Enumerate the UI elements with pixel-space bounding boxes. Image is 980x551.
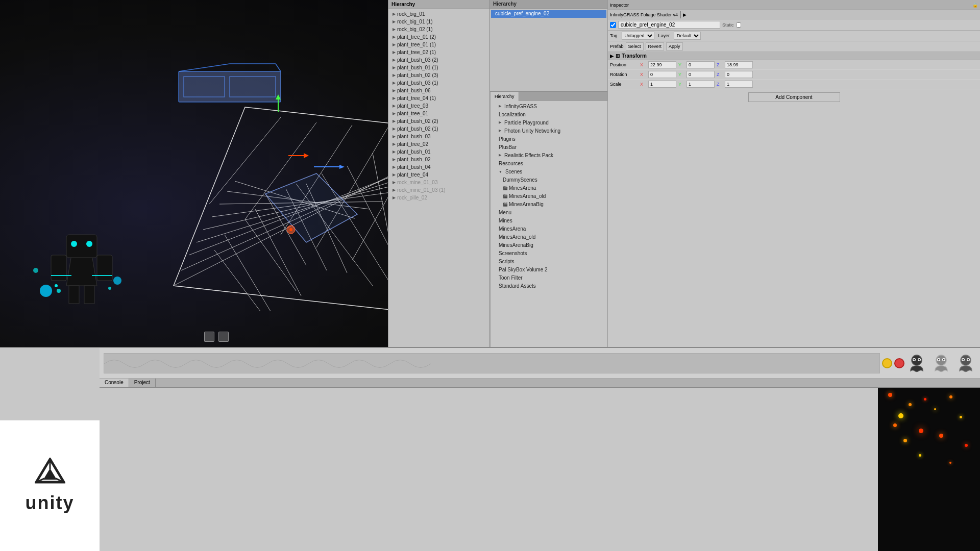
hierarchy-item[interactable]: InfinityGRASS bbox=[491, 102, 607, 110]
object-item[interactable]: ▶plant_bush_01 (1) bbox=[389, 64, 488, 71]
shader-label: InfinityGRASS Foliage Shader v4 bbox=[610, 12, 678, 17]
tab-hierarchy[interactable]: Hierarchy bbox=[491, 92, 519, 101]
hierarchy-item[interactable]: Particle Playground bbox=[491, 118, 607, 127]
object-item[interactable]: ▶plant_bush_03 (2) bbox=[389, 56, 488, 64]
object-item[interactable]: ▶rock_mine_01_03 (1) bbox=[389, 186, 488, 194]
position-x-input[interactable] bbox=[648, 61, 676, 68]
object-hierarchy-panel[interactable]: Hierarchy ▶rock_big_01 ▶rock_big_01 (1) … bbox=[388, 0, 490, 347]
unity-logo-icon bbox=[35, 458, 65, 488]
rotation-y-input[interactable] bbox=[687, 71, 715, 78]
hierarchy-item[interactable]: MinesArenaBig bbox=[491, 241, 607, 249]
object-item[interactable]: ▶plant_bush_03 (1) bbox=[389, 79, 488, 87]
object-item[interactable]: ▶plant_bush_02 (1) bbox=[389, 125, 488, 133]
rotation-z-input[interactable] bbox=[725, 71, 753, 78]
svg-point-49 bbox=[33, 268, 38, 273]
object-item[interactable]: ▶plant_bush_02 (3) bbox=[389, 71, 488, 79]
inspector-subtoolbar: InfinityGRASS Foliage Shader v4 ▶ bbox=[608, 10, 980, 19]
object-item[interactable]: ▶plant_bush_06 bbox=[389, 87, 488, 94]
scale-x-input[interactable] bbox=[648, 81, 676, 88]
object-item[interactable]: ▶plant_tree_01 bbox=[389, 110, 488, 117]
timeline-waveform-area[interactable] bbox=[104, 353, 880, 373]
hierarchy-item[interactable]: PlusBar bbox=[491, 143, 607, 151]
object-item[interactable]: ▶plant_tree_01 (2) bbox=[389, 33, 488, 41]
hierarchy-item[interactable]: Screenshots bbox=[491, 249, 607, 257]
scale-z-input[interactable] bbox=[725, 81, 753, 88]
hierarchy-item[interactable]: Localization bbox=[491, 110, 607, 118]
object-item[interactable]: ▶plant_bush_02 (2) bbox=[389, 117, 488, 125]
prefab-select-btn[interactable]: Select bbox=[626, 42, 644, 51]
hierarchy-item[interactable]: 🎬MinesArena bbox=[491, 184, 607, 192]
inspector-panel[interactable]: Inspector 🔒 InfinityGRASS Foliage Shader… bbox=[607, 0, 980, 347]
add-component-button[interactable]: Add Component bbox=[748, 92, 840, 102]
bottom-toolbar-strip bbox=[100, 348, 980, 379]
object-item[interactable]: ▶rock_big_02 (1) bbox=[389, 26, 488, 33]
hierarchy-item[interactable]: Standard Assets bbox=[491, 282, 607, 290]
unity-logo-overlay: unity bbox=[0, 420, 100, 551]
tag-layer-row: Tag Untagged Layer Default bbox=[608, 31, 980, 41]
hierarchy-item[interactable]: Menu bbox=[491, 208, 607, 216]
object-item[interactable]: ▶rock_mine_01_03 bbox=[389, 179, 488, 186]
object-item[interactable]: ▶plant_tree_02 (1) bbox=[389, 48, 488, 56]
inspector-lock[interactable]: 🔒 bbox=[972, 3, 978, 8]
rotation-x-input[interactable] bbox=[648, 71, 676, 78]
prefab-revert-btn[interactable]: Revert bbox=[646, 42, 665, 51]
hud-controls bbox=[204, 332, 229, 342]
object-item[interactable]: ▶plant_bush_03 bbox=[389, 133, 488, 140]
cyan-robot bbox=[31, 204, 133, 306]
hierarchy-item[interactable]: 🎬MinesArenaBig bbox=[491, 200, 607, 208]
object-item[interactable]: ▶plant_bush_02 bbox=[389, 156, 488, 163]
svg-marker-65 bbox=[304, 153, 309, 158]
object-item[interactable]: ▶plant_tree_02 bbox=[389, 140, 488, 148]
render-label: ▶ bbox=[683, 12, 687, 17]
hierarchy-item[interactable]: Mines bbox=[491, 216, 607, 224]
console-tab[interactable]: Console bbox=[100, 379, 129, 387]
tag-label: Tag bbox=[610, 33, 618, 38]
object-item[interactable]: ▶rock_big_01 (1) bbox=[389, 18, 488, 26]
svg-point-44 bbox=[86, 241, 92, 247]
object-item[interactable]: ▶plant_bush_04 bbox=[389, 163, 488, 171]
svg-line-1 bbox=[209, 117, 281, 204]
add-component-area: Add Component bbox=[608, 89, 980, 105]
blue-move-arrow bbox=[311, 163, 347, 171]
hierarchy-item-scenes[interactable]: Scenes bbox=[491, 167, 607, 176]
tag-select[interactable]: Untagged bbox=[622, 32, 654, 40]
object-item[interactable]: ▶plant_tree_03 bbox=[389, 102, 488, 110]
position-y-input[interactable] bbox=[687, 61, 715, 68]
object-active-checkbox[interactable] bbox=[610, 22, 616, 28]
hierarchy-item[interactable]: Photon Unity Networking bbox=[491, 127, 607, 135]
object-name-input[interactable] bbox=[618, 21, 720, 29]
hierarchy-item[interactable]: Realistic Effects Pack bbox=[491, 151, 607, 159]
hierarchy-top-list[interactable]: cubicle_pref_engine_02 bbox=[490, 9, 607, 19]
prefab-apply-btn[interactable]: Apply bbox=[666, 42, 683, 51]
object-item[interactable]: ▶rock_big_01 bbox=[389, 10, 488, 18]
main-container: Hierarchy cubicle_pref_engine_02 Hierarc… bbox=[0, 0, 980, 551]
object-list[interactable]: ▶rock_big_01 ▶rock_big_01 (1) ▶rock_big_… bbox=[388, 9, 489, 347]
hierarchy-item[interactable]: 🎬MinesArena_old bbox=[491, 192, 607, 200]
inspector-name-row: Static bbox=[608, 19, 980, 31]
position-z-input[interactable] bbox=[725, 61, 753, 68]
transform-section-header[interactable]: ▶ ⊞ Transform bbox=[608, 52, 980, 60]
hierarchy-selected-item[interactable]: cubicle_pref_engine_02 bbox=[491, 10, 606, 18]
hierarchy-item[interactable]: Plugins bbox=[491, 135, 607, 143]
hierarchy-item[interactable]: Resources bbox=[491, 159, 607, 167]
layer-select[interactable]: Default bbox=[674, 32, 701, 40]
hierarchy-item[interactable]: MinesArena bbox=[491, 224, 607, 233]
scale-y-input[interactable] bbox=[687, 81, 715, 88]
hierarchy-item[interactable]: MinesArena_old bbox=[491, 233, 607, 241]
object-item[interactable]: ▶plant_tree_01 (1) bbox=[389, 41, 488, 48]
hierarchy-item[interactable]: DummyScenes bbox=[491, 176, 607, 184]
object-item[interactable]: ▶plant_tree_04 bbox=[389, 171, 488, 179]
hierarchy-item[interactable]: Toon Filter bbox=[491, 273, 607, 282]
object-item[interactable]: ▶rock_pille_02 bbox=[389, 194, 488, 202]
object-item[interactable]: ▶plant_tree_04 (1) bbox=[389, 94, 488, 102]
static-checkbox[interactable] bbox=[736, 22, 741, 28]
project-tab[interactable]: Project bbox=[129, 379, 156, 387]
hierarchy-item[interactable]: Pal SkyBox Volume 2 bbox=[491, 265, 607, 273]
object-item[interactable]: ▶plant_bush_01 bbox=[389, 148, 488, 156]
hierarchy-top-header: Hierarchy bbox=[490, 0, 607, 9]
sz-label: Z bbox=[717, 82, 723, 87]
unity-logo-text: unity bbox=[26, 492, 75, 514]
hierarchy-item[interactable]: Scripts bbox=[491, 257, 607, 265]
svg-point-51 bbox=[57, 289, 61, 293]
svg-line-33 bbox=[179, 64, 230, 71]
